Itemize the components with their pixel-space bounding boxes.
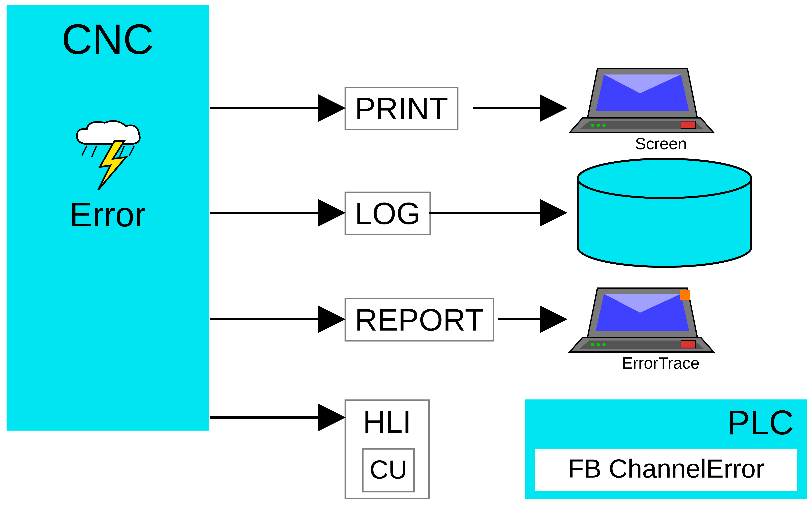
logfile-label: Log file [619,206,719,242]
laptop-screen-icon [570,69,714,133]
screen-label: Screen [635,134,687,153]
svg-marker-15 [596,294,689,331]
svg-point-9 [597,124,600,127]
svg-marker-12 [579,341,704,349]
plc-fb-box: FB ChannelError [535,449,797,491]
log-box: LOG [345,192,431,235]
svg-rect-4 [681,121,695,129]
svg-marker-3 [579,121,704,129]
svg-marker-14 [588,288,697,337]
print-label: PRINT [355,91,448,126]
cu-label: CU [369,455,407,484]
cnc-block: CNC Error [6,5,209,431]
hli-title: HLI [346,404,428,440]
svg-point-19 [597,343,600,346]
svg-point-0 [578,159,751,198]
cnc-title: CNC [6,15,209,64]
log-label: LOG [355,196,420,231]
svg-marker-16 [604,294,681,313]
svg-rect-17 [680,290,690,300]
svg-marker-5 [588,69,697,118]
svg-marker-11 [570,337,714,352]
cu-box: CU [362,448,415,493]
hli-box: HLI CU [345,399,430,499]
cnc-error-label: Error [6,195,209,235]
plc-block: PLC FB ChannelError [526,399,807,499]
svg-marker-7 [604,75,681,93]
errortrace-label: ErrorTrace [622,354,700,373]
svg-point-10 [602,124,605,127]
plc-title: PLC [727,403,794,442]
svg-point-1 [578,159,751,198]
laptop-errortrace-icon [570,288,714,352]
report-box: REPORT [345,298,494,341]
print-box: PRINT [345,87,458,130]
plc-fb-label: FB ChannelError [568,454,764,483]
report-label: REPORT [355,302,484,337]
svg-point-20 [602,343,605,346]
svg-point-18 [591,343,594,346]
svg-marker-6 [596,75,689,111]
svg-point-8 [591,124,594,127]
svg-rect-13 [681,341,695,348]
svg-marker-2 [570,118,714,133]
